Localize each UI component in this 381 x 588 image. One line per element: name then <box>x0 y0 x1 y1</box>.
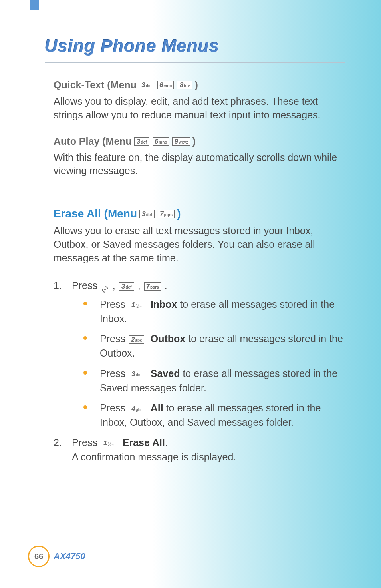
key-7pqrs: 7pqrs <box>144 282 161 291</box>
page-number-badge: 66 <box>28 546 50 567</box>
erase-all-intro: Allows you to erase all text messages st… <box>54 224 345 265</box>
step-1: Press , 3def , 7pqrs . Press 1@., Inbox … <box>54 278 345 429</box>
key-1: 1@., <box>101 439 116 447</box>
sub-bold-all: All <box>151 402 163 413</box>
quick-text-body: Allows you to display, edit, and add tex… <box>54 95 345 122</box>
page-title: Using Phone Menus <box>45 36 345 56</box>
page-content: Using Phone Menus Quick-Text (Menu 3def … <box>45 36 345 468</box>
sub-item-inbox: Press 1@., Inbox to erase all messages s… <box>81 297 345 326</box>
sub-prefix: Press <box>100 333 128 344</box>
heading-close-paren: ) <box>192 136 196 147</box>
heading-erase-all: Erase All (Menu 3def 7pqrs ) <box>54 207 345 220</box>
key-3def: 3def <box>134 137 149 146</box>
step-1-period: . <box>165 280 167 291</box>
steps-list: Press , 3def , 7pqrs . Press 1@., Inbox … <box>54 278 345 464</box>
step-1-press: Press <box>72 280 100 291</box>
step-1-sublist: Press 1@., Inbox to erase all messages s… <box>72 297 345 430</box>
key-2abc: 2abc <box>129 335 144 344</box>
heading-quick-text-label: Quick-Text (Menu <box>54 79 137 91</box>
heading-quick-text: Quick-Text (Menu 3def 6mno 8tuv ) <box>54 79 345 91</box>
device-model: AX4750 <box>54 551 85 562</box>
step-2: Press 1@., Erase All. A confirmation mes… <box>54 435 345 464</box>
key-6mno: 6mno <box>153 137 169 146</box>
step-2-bold: Erase All <box>123 437 165 448</box>
sub-bold-inbox: Inbox <box>151 299 177 310</box>
sub-bold-outbox: Outbox <box>151 333 186 344</box>
title-rule <box>45 62 345 63</box>
key-3def: 3def <box>129 370 144 378</box>
svg-point-0 <box>104 289 106 290</box>
key-7pqrs: 7pqrs <box>158 210 175 218</box>
heading-auto-play: Auto Play (Menu 3def 6mno 9wxyz ) <box>54 136 345 147</box>
sub-item-saved: Press 3def Saved to erase all messages s… <box>81 366 345 395</box>
heading-erase-all-label: Erase All (Menu <box>54 207 137 220</box>
sub-item-all: Press 4ghi All to erase all messages sto… <box>81 401 345 430</box>
step-1-comma1: , <box>113 280 118 291</box>
key-6mno: 6mno <box>157 81 174 89</box>
sub-item-outbox: Press 2abc Outbox to erase all messages … <box>81 331 345 361</box>
key-9wxyz: 9wxyz <box>172 137 190 146</box>
page-footer: 66 AX4750 <box>28 546 85 567</box>
heading-auto-play-label: Auto Play (Menu <box>54 136 132 147</box>
heading-close-paren: ) <box>194 79 198 91</box>
sub-prefix: Press <box>100 299 128 310</box>
menu-soft-key-icon <box>101 283 109 291</box>
key-8tuv: 8tuv <box>177 81 192 89</box>
key-3def: 3def <box>139 81 154 89</box>
key-4ghi: 4ghi <box>129 405 144 413</box>
step-2-line2: A confirmation message is displayed. <box>72 451 236 462</box>
key-3def: 3def <box>119 282 134 291</box>
step-2-dot: . <box>165 437 168 448</box>
heading-close-paren: ) <box>177 207 181 220</box>
sub-prefix: Press <box>100 368 128 379</box>
key-3def: 3def <box>139 210 155 218</box>
step-2-press: Press <box>72 437 100 448</box>
key-1: 1@., <box>129 301 144 309</box>
sub-prefix: Press <box>100 402 128 413</box>
top-tab-accent <box>30 0 39 10</box>
auto-play-body: With this feature on, the display automa… <box>54 151 345 178</box>
sub-bold-saved: Saved <box>151 368 180 379</box>
content-area: Quick-Text (Menu 3def 6mno 8tuv ) Allows… <box>45 79 345 464</box>
step-1-comma2: , <box>138 280 143 291</box>
